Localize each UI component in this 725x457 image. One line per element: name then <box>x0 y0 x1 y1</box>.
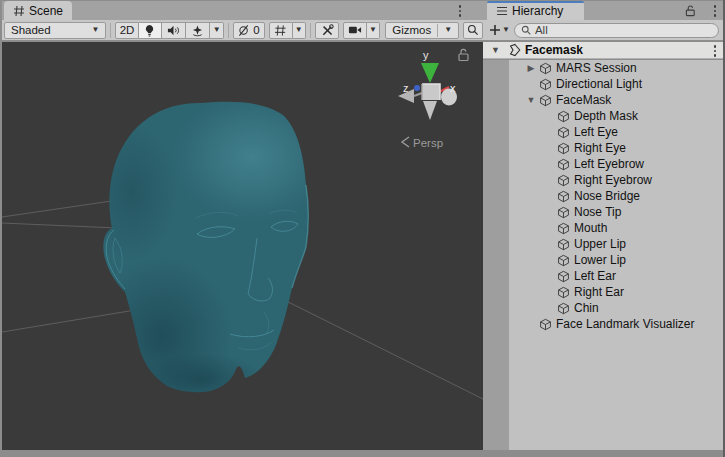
hierarchy-row[interactable]: Depth Mask <box>483 108 723 124</box>
plus-icon <box>489 24 501 36</box>
scene-kebab-menu-icon[interactable] <box>459 5 462 17</box>
eye-hidden-icon <box>238 24 251 37</box>
row-label: Left Eyebrow <box>574 157 644 171</box>
hierarchy-row[interactable]: Right Ear <box>483 284 723 300</box>
cube-icon <box>557 286 570 299</box>
chevron-down-icon: ▼ <box>295 26 303 34</box>
hierarchy-row[interactable]: Face Landmark Visualizer <box>483 316 723 332</box>
hierarchy-row[interactable]: Directional Light <box>483 76 723 92</box>
scene-root-label: Facemask <box>525 43 583 57</box>
toolbar-separator <box>228 23 229 38</box>
gizmo-cube[interactable] <box>422 84 440 100</box>
projection-label[interactable]: Persp <box>413 137 443 149</box>
search-icon <box>521 25 532 36</box>
cube-icon <box>539 78 552 91</box>
hierarchy-row[interactable]: ▶ MARS Session <box>483 60 723 76</box>
scene-viewport[interactable]: y z x Persp <box>2 42 483 450</box>
hierarchy-row[interactable]: Left Eye <box>483 124 723 140</box>
chevron-down-icon: ▼ <box>369 26 377 34</box>
audio-icon <box>167 24 180 37</box>
hidden-objects-button[interactable]: 0 <box>233 22 265 39</box>
grid-hash-icon <box>13 5 25 17</box>
tab-scene[interactable]: Scene <box>4 1 72 20</box>
scene-row-kebab-icon[interactable] <box>714 45 717 57</box>
collapse-arrow-icon[interactable]: ▼ <box>491 42 507 58</box>
scene-root-row[interactable]: ▼ Facemask <box>483 42 723 59</box>
row-label: Lower Lip <box>574 253 626 267</box>
cube-icon <box>557 222 570 235</box>
face-mask-model[interactable] <box>87 92 332 417</box>
list-icon <box>496 5 508 17</box>
hierarchy-row[interactable]: Mouth <box>483 220 723 236</box>
cube-icon <box>539 62 552 75</box>
hierarchy-row[interactable]: Chin <box>483 300 723 316</box>
2d-label: 2D <box>120 24 135 36</box>
gizmos-dropdown[interactable]: Gizmos ▼ <box>385 22 459 39</box>
camera-button[interactable] <box>343 22 366 39</box>
hierarchy-panel: Hierarchy ▼ All <box>483 1 723 450</box>
effects-dropdown[interactable]: ▼ <box>210 22 224 39</box>
lock-open-icon[interactable] <box>685 5 697 17</box>
hierarchy-row[interactable]: Left Eyebrow <box>483 156 723 172</box>
orientation-gizmo[interactable]: y z x Persp <box>398 49 457 149</box>
cube-icon <box>539 318 552 331</box>
row-label: Chin <box>574 301 599 315</box>
axis-y-cone[interactable] <box>421 63 439 83</box>
chevron-down-icon: ▼ <box>91 26 99 34</box>
hierarchy-row[interactable]: Left Ear <box>483 268 723 284</box>
lighting-toggle-button[interactable] <box>139 22 162 39</box>
axis-z-label[interactable]: z <box>403 82 409 94</box>
scene-search-button[interactable] <box>463 22 483 39</box>
row-label: Right Ear <box>574 285 624 299</box>
row-label: Directional Light <box>556 77 642 91</box>
2d-toggle-button[interactable]: 2D <box>115 22 138 39</box>
effects-toggle-button[interactable] <box>186 22 210 39</box>
row-label: Upper Lip <box>574 237 626 251</box>
hierarchy-tree: ▶ MARS Session Directional Light ▼ FaceM… <box>483 60 723 450</box>
row-label: FaceMask <box>556 93 611 107</box>
draw-mode-dropdown[interactable]: Shaded ▼ <box>4 22 106 39</box>
hierarchy-kebab-menu-icon[interactable] <box>714 5 717 17</box>
unity-scene-icon <box>507 43 521 57</box>
scene-lock-open-icon[interactable] <box>459 49 468 60</box>
chevron-down-icon: ▼ <box>502 26 510 34</box>
axis-y-label[interactable]: y <box>423 49 429 61</box>
draw-mode-label: Shaded <box>11 24 51 36</box>
cube-icon <box>557 254 570 267</box>
cube-icon <box>557 270 570 283</box>
camera-icon <box>348 24 362 36</box>
hierarchy-row[interactable]: Right Eye <box>483 140 723 156</box>
component-tools-button[interactable] <box>315 22 339 39</box>
axis-z-dot <box>414 85 420 91</box>
hierarchy-row[interactable]: Right Eyebrow <box>483 172 723 188</box>
axis-x-label[interactable]: x <box>450 82 456 94</box>
focus-indicator <box>487 1 584 3</box>
tools-icon <box>321 24 334 37</box>
cube-icon <box>557 206 570 219</box>
hierarchy-row[interactable]: Nose Bridge <box>483 188 723 204</box>
gizmos-label: Gizmos <box>392 24 431 36</box>
hierarchy-row[interactable]: ▼ FaceMask <box>483 92 723 108</box>
hierarchy-search-input[interactable]: All <box>514 23 719 38</box>
hierarchy-row[interactable]: Nose Tip <box>483 204 723 220</box>
search-icon <box>467 24 479 36</box>
cube-icon <box>557 126 570 139</box>
create-button[interactable]: ▼ <box>483 24 512 36</box>
camera-dropdown[interactable]: ▼ <box>367 22 381 39</box>
hierarchy-row[interactable]: Upper Lip <box>483 236 723 252</box>
row-label: MARS Session <box>556 61 637 75</box>
chevron-down-icon: ▼ <box>444 26 452 34</box>
tab-hierarchy[interactable]: Hierarchy <box>487 1 584 20</box>
row-label: Nose Tip <box>574 205 621 219</box>
row-arrow-icon[interactable]: ▶ <box>523 63 539 73</box>
effects-star-icon <box>191 24 204 37</box>
axis-bottom-cone[interactable] <box>423 101 437 120</box>
grid-toggle-button[interactable] <box>269 22 292 39</box>
hierarchy-row[interactable]: Lower Lip <box>483 252 723 268</box>
scene-render: y z x Persp <box>2 42 483 450</box>
row-arrow-icon[interactable]: ▼ <box>523 95 539 105</box>
search-filter-label: All <box>535 24 548 36</box>
audio-toggle-button[interactable] <box>162 22 186 39</box>
row-label: Face Landmark Visualizer <box>556 317 695 331</box>
grid-dropdown[interactable]: ▼ <box>293 22 307 39</box>
